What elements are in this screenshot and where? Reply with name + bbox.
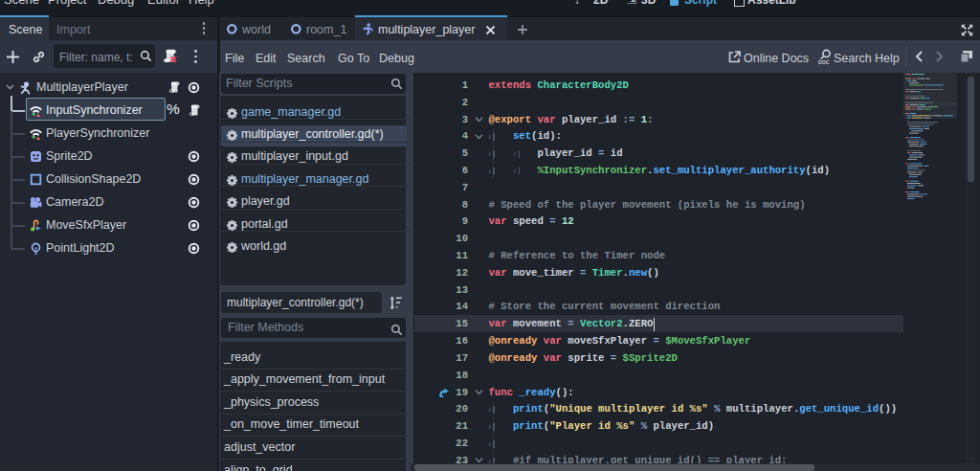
svg-text:DOC: DOC [818, 59, 830, 65]
